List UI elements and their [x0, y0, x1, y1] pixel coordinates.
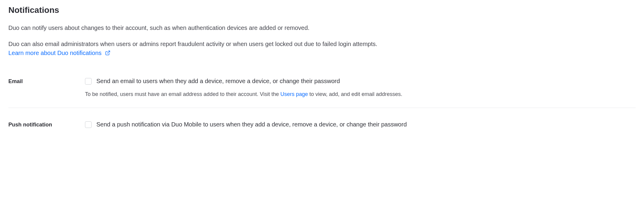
- push-checkbox-label: Send a push notification via Duo Mobile …: [96, 121, 407, 128]
- email-checkbox-line: Send an email to users when they add a d…: [85, 78, 636, 85]
- push-checkbox[interactable]: [85, 121, 92, 128]
- email-helper-pre: To be notified, users must have an email…: [85, 91, 280, 97]
- setting-row-push: Push notification Send a push notificati…: [8, 108, 636, 138]
- settings-list: Email Send an email to users when they a…: [8, 72, 636, 138]
- email-helper-post: to view, add, and edit email addresses.: [308, 91, 402, 97]
- intro-paragraph-1: Duo can notify users about changes to th…: [8, 23, 636, 32]
- setting-body-push: Send a push notification via Duo Mobile …: [85, 121, 636, 128]
- svg-line-0: [107, 51, 110, 53]
- email-checkbox[interactable]: [85, 78, 92, 85]
- intro-paragraph-2: Duo can also email administrators when u…: [8, 39, 636, 58]
- learn-more-text: Learn more about Duo notifications: [8, 50, 101, 56]
- intro-text-2: Duo can also email administrators when u…: [8, 41, 377, 47]
- setting-label-email: Email: [8, 78, 85, 85]
- users-page-link[interactable]: Users page: [280, 91, 308, 97]
- notifications-section: Notifications Duo can notify users about…: [0, 0, 644, 150]
- external-link-icon: [105, 49, 110, 58]
- setting-row-email: Email Send an email to users when they a…: [8, 72, 636, 108]
- push-checkbox-line: Send a push notification via Duo Mobile …: [85, 121, 636, 128]
- setting-body-email: Send an email to users when they add a d…: [85, 78, 636, 97]
- email-checkbox-label: Send an email to users when they add a d…: [96, 78, 340, 85]
- setting-label-push: Push notification: [8, 121, 85, 128]
- section-title: Notifications: [8, 5, 636, 15]
- learn-more-link[interactable]: Learn more about Duo notifications: [8, 50, 110, 56]
- email-helper-text: To be notified, users must have an email…: [85, 91, 636, 97]
